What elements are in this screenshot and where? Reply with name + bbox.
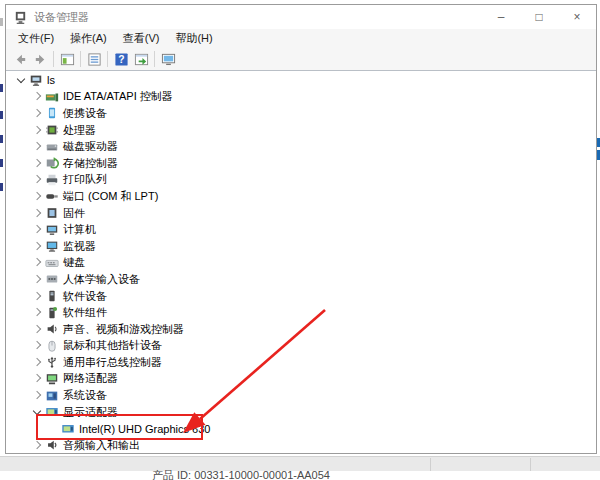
chevron-right-icon[interactable] — [31, 224, 43, 236]
firmware-icon — [45, 206, 59, 220]
console-tree-icon[interactable] — [57, 50, 77, 68]
tree-item-label: 打印队列 — [63, 172, 107, 187]
tree-item[interactable]: 网络适配器 — [7, 371, 595, 388]
ide-controller-icon — [45, 90, 59, 104]
tree-item-label: 音频输入和输出 — [63, 438, 140, 452]
chevron-down-icon[interactable] — [31, 406, 43, 418]
tree-item[interactable]: IDE ATA/ATAPI 控制器 — [7, 89, 595, 106]
background-product-id-text: 产品 ID: 00331-10000-00001-AA054 — [152, 468, 330, 480]
chevron-right-icon[interactable] — [31, 373, 43, 385]
chevron-right-icon[interactable] — [31, 439, 43, 451]
chevron-right-icon[interactable] — [31, 307, 43, 319]
toolbar-separator — [80, 51, 81, 67]
tree-item[interactable]: 端口 (COM 和 LPT) — [7, 188, 595, 205]
chevron-right-icon[interactable] — [31, 340, 43, 352]
software-device-icon — [45, 289, 59, 303]
network-adapter-icon — [45, 372, 59, 386]
chevron-right-icon[interactable] — [31, 290, 43, 302]
tree-item-label: 软件组件 — [63, 305, 107, 320]
device-manager-window: 设备管理器 – □ × 文件(F)操作(A)查看(V)帮助(H) ? lsIDE… — [5, 4, 597, 454]
screen: 产品 ID: 00331-10000-00001-AA054 设备管理器 – □… — [0, 0, 600, 480]
minimize-button[interactable]: – — [482, 5, 520, 29]
background-fragment — [0, 183, 3, 191]
software-component-icon — [45, 306, 59, 320]
computer-icon — [29, 73, 43, 87]
tree-item[interactable]: 声音、视频和游戏控制器 — [7, 321, 595, 338]
disk-drive-icon — [45, 140, 59, 154]
tree-item[interactable]: 软件组件 — [7, 304, 595, 321]
tree-item[interactable]: 便携设备 — [7, 105, 595, 122]
strip-divider — [430, 458, 431, 471]
background-fragment — [0, 18, 3, 26]
computer-node-icon — [45, 223, 59, 237]
tree-item-label: 软件设备 — [63, 289, 107, 304]
tree-item[interactable]: 计算机 — [7, 221, 595, 238]
processor-icon — [45, 123, 59, 137]
display-adapter-icon — [45, 405, 59, 419]
tree-item-label: IDE ATA/ATAPI 控制器 — [63, 89, 173, 104]
help-icon[interactable]: ? — [111, 50, 131, 68]
tree-item[interactable]: 打印队列 — [7, 172, 595, 189]
tree-item-label: 网络适配器 — [63, 371, 118, 386]
tree-item[interactable]: 系统设备 — [7, 387, 595, 404]
tree-item[interactable]: 监视器 — [7, 238, 595, 255]
tree-item-label: 便携设备 — [63, 106, 107, 121]
tree-item-label: 系统设备 — [63, 388, 107, 403]
forward-icon[interactable] — [30, 50, 50, 68]
system-device-icon — [45, 389, 59, 403]
chevron-right-icon[interactable] — [31, 390, 43, 402]
back-icon[interactable] — [10, 50, 30, 68]
properties-icon[interactable] — [84, 50, 104, 68]
sound-controller-icon — [45, 322, 59, 336]
tree-item-label: 通用串行总线控制器 — [63, 355, 162, 370]
tree-item-intel-uhd-graphics-630[interactable]: Intel(R) UHD Graphics 630 — [7, 420, 595, 437]
tree-item-label: 计算机 — [63, 222, 96, 237]
chevron-right-icon[interactable] — [31, 273, 43, 285]
chevron-down-icon[interactable] — [15, 74, 27, 86]
tree-item[interactable]: 音频输入和输出 — [7, 437, 595, 452]
tree-item[interactable]: 通用串行总线控制器 — [7, 354, 595, 371]
menu-item-3[interactable]: 帮助(H) — [167, 29, 220, 48]
chevron-right-icon[interactable] — [31, 107, 43, 119]
title-bar[interactable]: 设备管理器 – □ × — [6, 5, 596, 29]
tree-item-label: 显示适配器 — [63, 405, 118, 420]
export-list-icon[interactable] — [131, 50, 151, 68]
chevron-right-icon[interactable] — [31, 141, 43, 153]
chevron-right-icon[interactable] — [31, 190, 43, 202]
chevron-right-icon[interactable] — [31, 240, 43, 252]
tree-item-label: 固件 — [63, 206, 85, 221]
tree-item[interactable]: 显示适配器 — [7, 404, 595, 421]
maximize-button[interactable]: □ — [520, 5, 558, 29]
chevron-right-icon[interactable] — [31, 91, 43, 103]
chevron-right-icon[interactable] — [31, 157, 43, 169]
keyboard-icon — [45, 256, 59, 270]
tree-item[interactable]: 处理器 — [7, 122, 595, 139]
chevron-right-icon[interactable] — [31, 257, 43, 269]
toolbar-separator — [107, 51, 108, 67]
tree-item-label: 存储控制器 — [63, 156, 118, 171]
chevron-right-icon[interactable] — [31, 124, 43, 136]
tree-item[interactable]: 软件设备 — [7, 288, 595, 305]
menu-item-1[interactable]: 操作(A) — [62, 29, 115, 48]
tree-item[interactable]: ls — [7, 72, 595, 89]
close-button[interactable]: × — [558, 5, 596, 29]
menu-item-2[interactable]: 查看(V) — [115, 29, 168, 48]
tree-item[interactable]: 键盘 — [7, 255, 595, 272]
tree-item-label: 人体学输入设备 — [63, 272, 140, 287]
tree-item[interactable]: 鼠标和其他指针设备 — [7, 338, 595, 355]
menu-item-0[interactable]: 文件(F) — [10, 29, 62, 48]
tree-item[interactable]: 存储控制器 — [7, 155, 595, 172]
background-fragment — [0, 111, 3, 119]
print-queue-icon — [45, 173, 59, 187]
chevron-right-icon[interactable] — [31, 207, 43, 219]
tree-item[interactable]: 人体学输入设备 — [7, 271, 595, 288]
tree-item[interactable]: 固件 — [7, 205, 595, 222]
tree-item[interactable]: 磁盘驱动器 — [7, 138, 595, 155]
chevron-right-icon[interactable] — [31, 323, 43, 335]
mouse-icon — [45, 339, 59, 353]
chevron-right-icon[interactable] — [31, 356, 43, 368]
chevron-right-icon[interactable] — [31, 174, 43, 186]
usb-controller-icon — [45, 355, 59, 369]
display-adapter-icon — [61, 422, 75, 436]
scan-hardware-icon[interactable] — [158, 50, 178, 68]
